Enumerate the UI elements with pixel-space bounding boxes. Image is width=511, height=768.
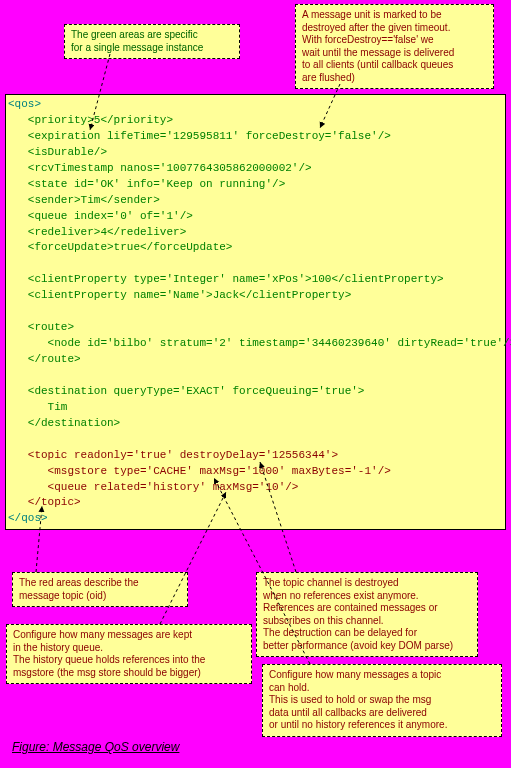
tag-node: <node id='bilbo' stratum='2' timestamp='… <box>8 337 511 349</box>
tag-msgstore: <msgstore type='CACHE' maxMsg='1000' max… <box>8 465 391 477</box>
tag-clientprop2: <clientProperty name='Name'>Jack</client… <box>8 289 351 301</box>
tag-priority: <priority>5</priority> <box>8 114 173 126</box>
tag-state: <state id='OK' info='Keep on running'/> <box>8 178 285 190</box>
annotation-force-destroy: A message unit is marked to bedestroyed … <box>295 4 494 89</box>
tag-route-close: </route> <box>8 353 81 365</box>
tag-topic-close: </topic> <box>8 496 81 508</box>
annotation-red-areas: The red areas describe themessage topic … <box>12 572 188 607</box>
tag-queue-related: <queue related='history' maxMsg='10'/> <box>8 481 298 493</box>
tag-destination-open: <destination queryType='EXACT' forceQueu… <box>8 385 364 397</box>
tag-queue: <queue index='0' of='1'/> <box>8 210 193 222</box>
xml-code-block: <qos> <priority>5</priority> <expiration… <box>5 94 506 530</box>
annotation-msgstore: Configure how many messages a topiccan h… <box>262 664 502 737</box>
tag-topic-open: <topic readonly='true' destroyDelay='125… <box>8 449 338 461</box>
tag-destination-text: Tim <box>8 401 67 413</box>
tag-sender: <sender>Tim</sender> <box>8 194 160 206</box>
annotation-history-queue: Configure how many messages are keptin t… <box>6 624 252 684</box>
tag-qos-close: </qos> <box>8 512 48 524</box>
tag-redeliver: <redeliver>4</redeliver> <box>8 226 186 238</box>
tag-route-open: <route> <box>8 321 74 333</box>
tag-rcvtimestamp: <rcvTimestamp nanos='1007764305862000002… <box>8 162 312 174</box>
annotation-topic-destroy: The topic channel is destroyedwhen no re… <box>256 572 478 657</box>
tag-clientprop1: <clientProperty type='Integer' name='xPo… <box>8 273 444 285</box>
tag-isdurable: <isDurable/> <box>8 146 107 158</box>
tag-forceupdate: <forceUpdate>true</forceUpdate> <box>8 241 232 253</box>
tag-destination-close: </destination> <box>8 417 120 429</box>
figure-caption: Figure: Message QoS overview <box>12 740 179 754</box>
tag-qos-open: <qos> <box>8 98 41 110</box>
annotation-green-areas: The green areas are specificfor a single… <box>64 24 240 59</box>
tag-expiration: <expiration lifeTime='129595811' forceDe… <box>8 130 391 142</box>
